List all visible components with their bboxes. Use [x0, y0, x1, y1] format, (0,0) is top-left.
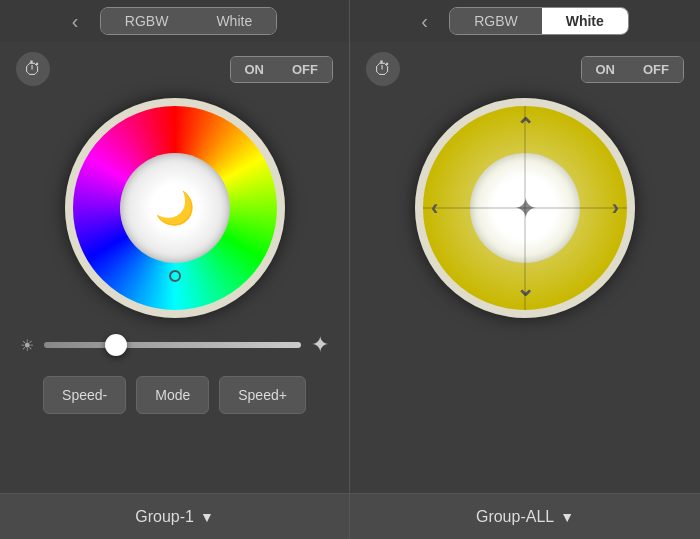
left-group-dropdown-arrow: ▼ — [200, 509, 214, 525]
left-tab-rgbw[interactable]: RGBW — [101, 8, 193, 34]
left-group-label: Group-1 — [135, 508, 194, 526]
left-top-controls: ⏱ ON OFF — [0, 44, 349, 86]
white-controller: ⌃ ⌄ ‹ › ✦ — [415, 98, 635, 318]
left-back-btn[interactable]: ‹ — [72, 10, 92, 33]
mode-btn[interactable]: Mode — [136, 376, 209, 414]
right-tab-bar: ‹ RGBW White — [350, 0, 700, 42]
left-group-footer[interactable]: Group-1 ▼ — [0, 493, 349, 539]
color-wheel[interactable]: 🌙 — [65, 98, 285, 318]
left-tab-bar: ‹ RGBW White — [0, 0, 349, 42]
left-off-btn[interactable]: OFF — [278, 57, 332, 82]
brightness-max-icon: ✦ — [311, 332, 329, 358]
left-tab-white[interactable]: White — [192, 8, 276, 34]
speed-minus-btn[interactable]: Speed- — [43, 376, 126, 414]
moon-icon: 🌙 — [155, 189, 195, 227]
dir-up-btn[interactable]: ⌃ — [516, 114, 534, 140]
color-selector-dot[interactable] — [169, 270, 181, 282]
brightness-slider-thumb[interactable] — [105, 334, 127, 356]
right-off-btn[interactable]: OFF — [629, 57, 683, 82]
color-wheel-container[interactable]: 🌙 — [65, 98, 285, 318]
right-back-btn[interactable]: ‹ — [421, 10, 441, 33]
left-timer-btn[interactable]: ⏱ — [16, 52, 50, 86]
right-tab-rgbw[interactable]: RGBW — [450, 8, 542, 34]
right-tab-white[interactable]: White — [542, 8, 628, 34]
white-wheel-inner: ✦ — [470, 153, 580, 263]
right-group-dropdown-arrow: ▼ — [560, 509, 574, 525]
brightness-slider-row: ☀ ✦ — [0, 318, 349, 358]
right-top-controls: ⏱ ON OFF — [350, 44, 700, 86]
left-on-btn[interactable]: ON — [231, 57, 279, 82]
speed-plus-btn[interactable]: Speed+ — [219, 376, 306, 414]
brightness-slider-track[interactable] — [44, 342, 301, 348]
sun-icon: ✦ — [514, 192, 537, 225]
left-panel: ‹ RGBW White ⏱ ON OFF 🌙 ☀ ✦ Speed- Mode — [0, 0, 350, 539]
white-wheel[interactable]: ⌃ ⌄ ‹ › ✦ — [415, 98, 635, 318]
dir-left-btn[interactable]: ‹ — [431, 195, 438, 221]
left-on-off-group: ON OFF — [230, 56, 334, 83]
right-tab-group: RGBW White — [449, 7, 629, 35]
right-panel: ‹ RGBW White ⏱ ON OFF ⌃ ⌄ ‹ › ✦ Group-AL… — [350, 0, 700, 539]
left-tab-group: RGBW White — [100, 7, 277, 35]
right-on-btn[interactable]: ON — [582, 57, 630, 82]
dir-right-btn[interactable]: › — [612, 195, 619, 221]
brightness-min-icon: ☀ — [20, 336, 34, 355]
right-group-label: Group-ALL — [476, 508, 554, 526]
right-timer-btn[interactable]: ⏱ — [366, 52, 400, 86]
bottom-control-buttons: Speed- Mode Speed+ — [43, 376, 306, 414]
right-group-footer[interactable]: Group-ALL ▼ — [350, 493, 700, 539]
color-wheel-inner: 🌙 — [120, 153, 230, 263]
right-on-off-group: ON OFF — [581, 56, 685, 83]
dir-down-btn[interactable]: ⌄ — [516, 276, 534, 302]
